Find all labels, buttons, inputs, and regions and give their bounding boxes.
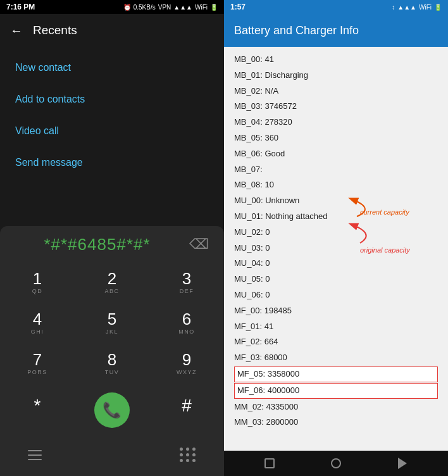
home-button[interactable] [329,456,343,470]
wifi-right-icon: WiFi [419,4,432,11]
info-row-mm_02: MM_02: 4335000 [234,399,438,415]
signal-icon: ▲▲▲ [173,4,192,11]
time-left: 7:16 PM [6,3,35,11]
info-row-mf_06: MF_06: 4000000 [234,383,438,399]
phone-icon: 📞 [103,401,121,419]
menu-item-add-contacts[interactable]: Add to contacts [0,84,224,115]
dial-key-1[interactable]: 1 QD [0,263,75,303]
dialer-input-row: *#*#6485#*#* ⌫ [0,226,224,260]
info-row-mu_01: MU_01: Nothing attached [234,209,438,225]
status-bar-left: 7:16 PM ⏰ 0.5KB/s VPN ▲▲▲ WiFi 🔋 [0,0,224,14]
info-row-mb_04: MB_04: 278320 [234,115,438,130]
info-row-mb_08: MB_08: 10 [234,177,438,193]
back-button[interactable]: ← [10,23,23,38]
dial-key-8[interactable]: 8 TUV [75,344,149,384]
right-title: Battery and Charger Info [234,24,359,37]
dial-key-3[interactable]: 3 DEF [149,263,224,303]
info-row-mf_05: MF_05: 3358000 [234,366,438,382]
info-row-mu_00: MU_00: Unknown [234,193,438,209]
left-panel: 7:16 PM ⏰ 0.5KB/s VPN ▲▲▲ WiFi 🔋 ← Recen… [0,0,224,476]
dial-key-star[interactable]: * [0,389,75,431]
hamburger-icon[interactable] [15,445,54,465]
info-row-mb_07: MB_07: [234,162,438,178]
dial-key-hash[interactable]: # [149,389,224,431]
info-row-mf_01: MF_01: 41 [234,319,438,335]
info-rows: MB_00: 41MB_01: DischargingMB_02: N/AMB_… [234,52,438,430]
right-header: Battery and Charger Info [224,14,448,47]
data-icon: ↕ [392,4,395,11]
status-icons-right: ↕ ▲▲▲ WiFi 🔋 [392,4,442,11]
signal-right-icon: ▲▲▲ [397,4,416,11]
dial-key-9[interactable]: 9 WXYZ [149,344,224,384]
backspace-button[interactable]: ⌫ [184,234,214,255]
dial-key-6[interactable]: 6 MNO [149,303,224,344]
info-row-mb_02: MB_02: N/A [234,84,438,99]
status-bar-right: 1:57 ↕ ▲▲▲ WiFi 🔋 [224,0,448,14]
battery-info-list: MB_00: 41MB_01: DischargingMB_02: N/AMB_… [224,47,448,451]
top-bar: ← Recents [0,14,224,47]
info-row-mb_01: MB_01: Discharging [234,68,438,84]
wifi-icon: WiFi [195,4,208,11]
menu-items: New contact Add to contacts Video call S… [0,47,224,184]
dialer-bottom-row: * 📞 # [0,387,224,439]
screen-title: Recents [33,23,77,37]
status-icons-left: ⏰ 0.5KB/s VPN ▲▲▲ WiFi 🔋 [123,4,218,11]
call-button-container: 📞 [75,392,149,428]
back-nav-button[interactable] [395,456,409,470]
info-row-mf_00: MF_00: 198485 [234,303,438,319]
dial-key-2[interactable]: 2 ABC [75,263,149,303]
info-row-mu_02: MU_02: 0 [234,225,438,241]
dialer-section: *#*#6485#*#* ⌫ 1 QD 2 ABC 3 DEF 4 GHI 5 [0,226,224,476]
clock-icon: ⏰ [123,4,131,11]
dial-key-5[interactable]: 5 JKL [75,303,149,344]
menu-item-new-contact[interactable]: New contact [0,52,224,84]
dial-key-4[interactable]: 4 GHI [0,303,75,344]
recent-apps-button[interactable] [263,456,277,470]
info-row-mm_03: MM_03: 2800000 [234,415,438,430]
keypad-icon[interactable] [167,442,209,467]
info-row-mb_03: MB_03: 3746572 [234,99,438,115]
call-button[interactable]: 📞 [94,392,130,428]
speed-indicator: 0.5KB/s [134,4,156,11]
battery-right-icon: 🔋 [434,4,442,11]
info-row-mf_02: MF_02: 664 [234,334,438,350]
info-row-mb_06: MB_06: Good [234,146,438,162]
info-row-mu_03: MU_03: 0 [234,241,438,256]
info-row-mu_05: MU_05: 0 [234,272,438,287]
dialpad: 1 QD 2 ABC 3 DEF 4 GHI 5 JKL 6 MNO [0,260,224,387]
vpn-icon: VPN [158,4,171,11]
time-right: 1:57 [230,3,246,11]
menu-item-video-call[interactable]: Video call [0,115,224,147]
menu-item-send-message[interactable]: Send message [0,147,224,178]
right-panel: 1:57 ↕ ▲▲▲ WiFi 🔋 Battery and Charger In… [224,0,448,476]
info-row-mf_03: MF_03: 68000 [234,350,438,366]
dialer-code: *#*#6485#*#* [10,235,184,254]
info-row-mu_06: MU_06: 0 [234,287,438,303]
info-row-mb_00: MB_00: 41 [234,52,438,68]
info-row-mu_04: MU_04: 0 [234,256,438,272]
info-row-mb_05: MB_05: 360 [234,130,438,146]
battery-icon: 🔋 [210,4,218,11]
right-bottom-bar [224,451,448,476]
dial-key-7[interactable]: 7 PORS [0,344,75,384]
